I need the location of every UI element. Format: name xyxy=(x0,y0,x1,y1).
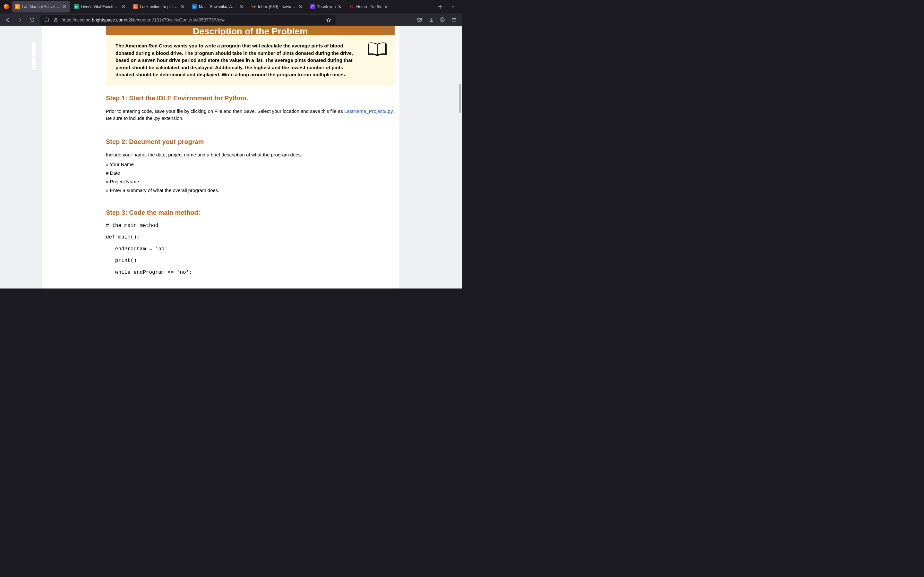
favicon-chatgpt: ⊛ xyxy=(74,4,79,9)
forward-button[interactable] xyxy=(15,15,25,25)
shield-icon[interactable] xyxy=(44,17,50,23)
reload-button[interactable] xyxy=(27,15,37,25)
tab-bar: S Lab Manual Activities 9 - ⊛ Liver's Vi… xyxy=(0,0,462,13)
svg-rect-1 xyxy=(55,19,57,21)
favicon-chegg: C xyxy=(133,4,138,9)
tab-liver[interactable]: ⊛ Liver's Vital Functions. xyxy=(71,1,129,13)
favicon-p: P xyxy=(310,4,315,9)
address-bar: https://ccbcmd.brightspace.com/d2l/le/co… xyxy=(0,13,462,26)
close-icon[interactable] xyxy=(383,4,389,10)
favicon-outlook: O xyxy=(192,4,197,9)
code-line: # the main method xyxy=(106,222,395,229)
code-line: while endProgram == 'no': xyxy=(106,269,395,276)
scrollbar[interactable] xyxy=(459,84,461,113)
step-3-heading: Step 3: Code the main method: xyxy=(106,209,395,216)
close-icon[interactable] xyxy=(239,4,244,10)
svg-point-0 xyxy=(4,4,9,10)
comment-line: # Date xyxy=(106,170,395,176)
tab-lab-manual[interactable]: S Lab Manual Activities 9 - xyxy=(12,1,70,13)
tab-title: Home - Netflix xyxy=(356,5,381,9)
comment-line: # Enter a summary of what the overall pr… xyxy=(106,187,395,193)
tab-netflix[interactable]: N Home - Netflix xyxy=(347,1,391,13)
code-line: def main(): xyxy=(106,234,395,241)
comment-line: # Project Name xyxy=(106,179,395,184)
favicon-gmail xyxy=(251,4,256,9)
filename-link[interactable]: LastName_Project9.py xyxy=(344,108,393,114)
downloads-button[interactable] xyxy=(426,15,436,25)
step-1-text: Prior to entering code, save your file b… xyxy=(106,108,395,122)
close-icon[interactable] xyxy=(180,4,186,10)
description-text: The American Red Cross wants you to writ… xyxy=(115,42,385,79)
sidebar-toggle[interactable] xyxy=(32,42,36,71)
code-line: print() xyxy=(106,257,395,264)
favicon-netflix: N xyxy=(349,4,354,9)
description-box: The American Red Cross wants you to writ… xyxy=(106,35,395,85)
tab-title: Inbox (689) - sewonikua xyxy=(258,5,296,9)
bookmark-button[interactable] xyxy=(325,16,333,24)
step-3-section: Step 3: Code the main method: # the main… xyxy=(106,209,395,276)
tab-thankyou[interactable]: P Thank you xyxy=(307,1,345,13)
firefox-icon xyxy=(1,3,11,10)
tab-gmail[interactable]: Inbox (689) - sewonikua xyxy=(248,1,306,13)
tab-chegg[interactable]: C Look online for pictures c xyxy=(130,1,188,13)
tab-title: Mail - Sewoniku, Adesola xyxy=(199,5,237,9)
tab-outlook[interactable]: O Mail - Sewoniku, Adesola xyxy=(189,1,247,13)
content-area: Description of the Problem The American … xyxy=(0,26,462,288)
back-button[interactable] xyxy=(3,15,13,25)
pocket-button[interactable] xyxy=(415,15,425,25)
step-1-heading: Step 1: Start the IDLE Environment for P… xyxy=(106,95,395,102)
step-2-text: Include your name, the date, project nam… xyxy=(106,151,395,159)
list-all-tabs-button[interactable] xyxy=(448,2,458,12)
close-icon[interactable] xyxy=(337,4,342,10)
favicon-brightspace: S xyxy=(15,4,20,9)
url-bar[interactable]: https://ccbcmd.brightspace.com/d2l/le/co… xyxy=(40,15,336,25)
close-icon[interactable] xyxy=(61,4,67,10)
url-text: https://ccbcmd.brightspace.com/d2l/le/co… xyxy=(61,17,323,23)
banner: Description of the Problem xyxy=(106,26,395,35)
tab-title: Liver's Vital Functions. xyxy=(81,5,120,9)
extensions-button[interactable] xyxy=(438,15,448,25)
step-2-heading: Step 2: Document your program xyxy=(106,138,395,145)
close-icon[interactable] xyxy=(298,4,304,10)
step-2-section: Step 2: Document your program Include yo… xyxy=(106,138,395,193)
page-wrapper: Description of the Problem The American … xyxy=(42,26,399,288)
tab-title: Lab Manual Activities 9 - xyxy=(22,5,60,9)
comment-line: # Your Name xyxy=(106,161,395,167)
tab-title: Thank you xyxy=(317,5,336,9)
close-icon[interactable] xyxy=(121,4,126,10)
step-1-section: Step 1: Start the IDLE Environment for P… xyxy=(106,95,395,122)
code-line: endProgram = 'no' xyxy=(106,245,395,253)
book-icon xyxy=(367,41,388,58)
lock-icon[interactable] xyxy=(53,17,59,23)
main-content: Step 1: Start the IDLE Environment for P… xyxy=(42,85,395,276)
tab-title: Look online for pictures c xyxy=(140,5,178,9)
new-tab-button[interactable] xyxy=(435,2,445,12)
menu-button[interactable] xyxy=(449,15,459,25)
